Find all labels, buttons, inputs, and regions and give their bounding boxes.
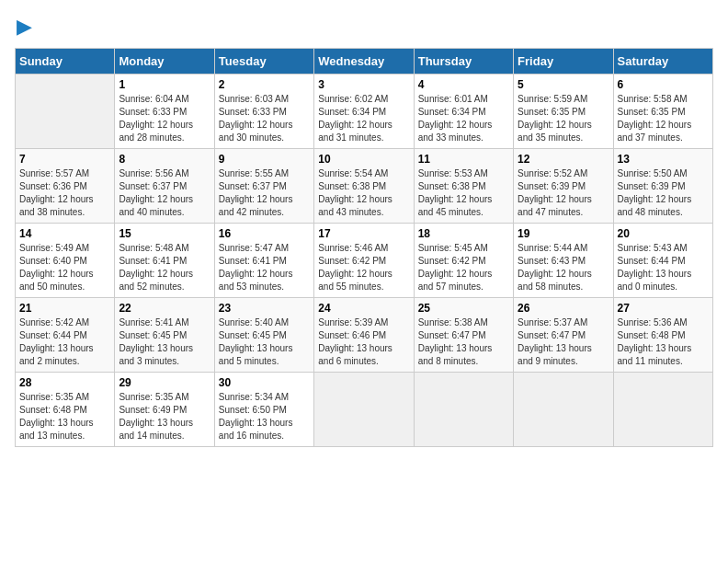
calendar-header-row: SundayMondayTuesdayWednesdayThursdayFrid… [16,49,713,75]
logo-bird-icon: ▶ [17,15,32,39]
calendar-cell: 28Sunrise: 5:35 AM Sunset: 6:48 PM Dayli… [16,373,115,447]
calendar-cell [514,373,613,447]
calendar-cell: 5Sunrise: 5:59 AM Sunset: 6:35 PM Daylig… [514,75,613,149]
day-info: Sunrise: 5:56 AM Sunset: 6:37 PM Dayligh… [119,167,210,219]
weekday-header: Sunday [16,49,115,75]
day-number: 8 [119,153,210,166]
calendar-cell: 26Sunrise: 5:37 AM Sunset: 6:47 PM Dayli… [514,298,613,373]
day-number: 24 [318,302,409,315]
day-number: 6 [618,78,709,91]
calendar-cell: 29Sunrise: 5:35 AM Sunset: 6:49 PM Dayli… [115,373,214,447]
day-info: Sunrise: 5:42 AM Sunset: 6:44 PM Dayligh… [19,316,110,368]
day-info: Sunrise: 5:58 AM Sunset: 6:35 PM Dayligh… [618,93,709,144]
day-number: 3 [318,78,409,91]
day-number: 7 [19,153,110,166]
day-number: 25 [418,302,509,315]
calendar-cell: 24Sunrise: 5:39 AM Sunset: 6:46 PM Dayli… [314,298,414,373]
calendar-cell: 21Sunrise: 5:42 AM Sunset: 6:44 PM Dayli… [16,298,115,373]
day-number: 12 [518,153,609,166]
day-info: Sunrise: 5:59 AM Sunset: 6:35 PM Dayligh… [518,93,609,144]
day-number: 26 [518,302,609,315]
weekday-header: Tuesday [214,49,313,75]
day-number: 2 [219,78,310,91]
calendar-cell: 20Sunrise: 5:43 AM Sunset: 6:44 PM Dayli… [613,224,712,298]
day-info: Sunrise: 6:04 AM Sunset: 6:33 PM Dayligh… [119,93,210,144]
logo: ▶ [15,15,32,39]
calendar-cell: 17Sunrise: 5:46 AM Sunset: 6:42 PM Dayli… [314,224,414,298]
weekday-header: Saturday [613,49,712,75]
day-info: Sunrise: 6:02 AM Sunset: 6:34 PM Dayligh… [318,93,409,144]
calendar-cell: 4Sunrise: 6:01 AM Sunset: 6:34 PM Daylig… [414,75,513,149]
calendar-cell: 9Sunrise: 5:55 AM Sunset: 6:37 PM Daylig… [214,149,313,224]
calendar-cell: 18Sunrise: 5:45 AM Sunset: 6:42 PM Dayli… [414,224,513,298]
day-info: Sunrise: 5:45 AM Sunset: 6:42 PM Dayligh… [418,242,509,293]
weekday-header: Friday [514,49,613,75]
calendar-cell [314,373,414,447]
calendar-cell: 3Sunrise: 6:02 AM Sunset: 6:34 PM Daylig… [314,75,414,149]
day-info: Sunrise: 5:55 AM Sunset: 6:37 PM Dayligh… [219,167,310,219]
day-info: Sunrise: 5:52 AM Sunset: 6:39 PM Dayligh… [518,167,609,219]
day-number: 30 [219,376,310,389]
calendar-cell: 13Sunrise: 5:50 AM Sunset: 6:39 PM Dayli… [613,149,712,224]
weekday-header: Monday [115,49,214,75]
calendar-cell: 12Sunrise: 5:52 AM Sunset: 6:39 PM Dayli… [514,149,613,224]
day-number: 14 [19,227,110,240]
day-info: Sunrise: 5:39 AM Sunset: 6:46 PM Dayligh… [318,316,409,368]
day-number: 20 [618,227,709,240]
day-info: Sunrise: 5:53 AM Sunset: 6:38 PM Dayligh… [418,167,509,219]
day-info: Sunrise: 5:35 AM Sunset: 6:49 PM Dayligh… [119,391,210,442]
calendar-cell: 19Sunrise: 5:44 AM Sunset: 6:43 PM Dayli… [514,224,613,298]
calendar-week-row: 21Sunrise: 5:42 AM Sunset: 6:44 PM Dayli… [16,298,713,373]
day-number: 10 [318,153,409,166]
day-number: 13 [618,153,709,166]
calendar-cell: 1Sunrise: 6:04 AM Sunset: 6:33 PM Daylig… [115,75,214,149]
calendar-week-row: 14Sunrise: 5:49 AM Sunset: 6:40 PM Dayli… [16,224,713,298]
day-number: 21 [19,302,110,315]
day-number: 19 [518,227,609,240]
calendar-cell: 22Sunrise: 5:41 AM Sunset: 6:45 PM Dayli… [115,298,214,373]
calendar-cell [414,373,513,447]
day-number: 27 [618,302,709,315]
calendar-cell: 6Sunrise: 5:58 AM Sunset: 6:35 PM Daylig… [613,75,712,149]
day-number: 18 [418,227,509,240]
calendar-week-row: 1Sunrise: 6:04 AM Sunset: 6:33 PM Daylig… [16,75,713,149]
day-number: 22 [119,302,210,315]
weekday-header: Thursday [414,49,513,75]
calendar-cell: 16Sunrise: 5:47 AM Sunset: 6:41 PM Dayli… [214,224,313,298]
day-info: Sunrise: 5:47 AM Sunset: 6:41 PM Dayligh… [219,242,310,293]
calendar-cell [613,373,712,447]
day-info: Sunrise: 5:46 AM Sunset: 6:42 PM Dayligh… [318,242,409,293]
calendar-cell: 10Sunrise: 5:54 AM Sunset: 6:38 PM Dayli… [314,149,414,224]
day-info: Sunrise: 6:01 AM Sunset: 6:34 PM Dayligh… [418,93,509,144]
day-info: Sunrise: 5:57 AM Sunset: 6:36 PM Dayligh… [19,167,110,219]
calendar-cell: 15Sunrise: 5:48 AM Sunset: 6:41 PM Dayli… [115,224,214,298]
day-number: 28 [19,376,110,389]
calendar-cell: 14Sunrise: 5:49 AM Sunset: 6:40 PM Dayli… [16,224,115,298]
day-info: Sunrise: 5:43 AM Sunset: 6:44 PM Dayligh… [618,242,709,293]
calendar-cell: 8Sunrise: 5:56 AM Sunset: 6:37 PM Daylig… [115,149,214,224]
day-number: 23 [219,302,310,315]
day-info: Sunrise: 5:40 AM Sunset: 6:45 PM Dayligh… [219,316,310,368]
day-info: Sunrise: 5:38 AM Sunset: 6:47 PM Dayligh… [418,316,509,368]
day-number: 11 [418,153,509,166]
day-info: Sunrise: 5:50 AM Sunset: 6:39 PM Dayligh… [618,167,709,219]
day-info: Sunrise: 5:49 AM Sunset: 6:40 PM Dayligh… [19,242,110,293]
day-number: 17 [318,227,409,240]
day-number: 29 [119,376,210,389]
day-info: Sunrise: 5:44 AM Sunset: 6:43 PM Dayligh… [518,242,609,293]
day-info: Sunrise: 5:35 AM Sunset: 6:48 PM Dayligh… [19,391,110,442]
calendar-cell: 7Sunrise: 5:57 AM Sunset: 6:36 PM Daylig… [16,149,115,224]
weekday-header: Wednesday [314,49,414,75]
day-info: Sunrise: 5:37 AM Sunset: 6:47 PM Dayligh… [518,316,609,368]
calendar-cell: 23Sunrise: 5:40 AM Sunset: 6:45 PM Dayli… [214,298,313,373]
calendar-cell: 11Sunrise: 5:53 AM Sunset: 6:38 PM Dayli… [414,149,513,224]
day-info: Sunrise: 5:34 AM Sunset: 6:50 PM Dayligh… [219,391,310,442]
calendar-cell: 27Sunrise: 5:36 AM Sunset: 6:48 PM Dayli… [613,298,712,373]
day-info: Sunrise: 5:41 AM Sunset: 6:45 PM Dayligh… [119,316,210,368]
calendar-week-row: 28Sunrise: 5:35 AM Sunset: 6:48 PM Dayli… [16,373,713,447]
day-info: Sunrise: 5:54 AM Sunset: 6:38 PM Dayligh… [318,167,409,219]
day-number: 9 [219,153,310,166]
day-info: Sunrise: 5:48 AM Sunset: 6:41 PM Dayligh… [119,242,210,293]
day-info: Sunrise: 6:03 AM Sunset: 6:33 PM Dayligh… [219,93,310,144]
page-header: ▶ [15,15,713,39]
